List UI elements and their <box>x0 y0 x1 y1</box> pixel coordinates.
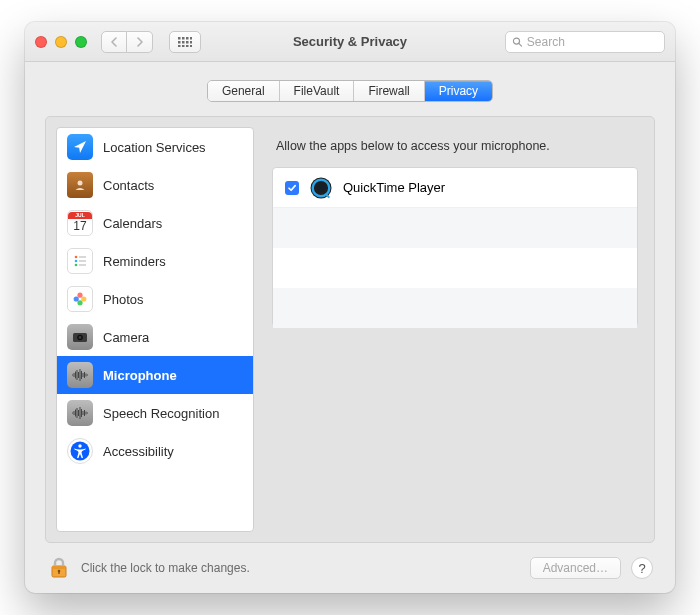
window-controls <box>35 36 87 48</box>
svg-rect-29 <box>74 373 75 377</box>
svg-rect-4 <box>178 41 181 44</box>
svg-point-51 <box>78 444 81 447</box>
sidebar-label: Accessibility <box>103 444 174 459</box>
detail-description: Allow the apps below to access your micr… <box>272 131 638 167</box>
svg-rect-8 <box>178 45 181 47</box>
sidebar-item-microphone[interactable]: Microphone <box>57 356 253 394</box>
close-button[interactable] <box>35 36 47 48</box>
svg-point-19 <box>75 264 78 267</box>
svg-point-24 <box>74 296 79 301</box>
tab-filevault[interactable]: FileVault <box>280 81 355 101</box>
search-input[interactable] <box>527 35 658 49</box>
content-panel: Location Services Contacts JUL 17 Calend… <box>45 116 655 543</box>
sidebar-label: Microphone <box>103 368 177 383</box>
svg-rect-10 <box>186 45 189 47</box>
calendar-icon: JUL 17 <box>67 210 93 236</box>
svg-line-13 <box>519 43 522 46</box>
sidebar-label: Photos <box>103 292 143 307</box>
svg-rect-45 <box>81 409 82 417</box>
svg-rect-32 <box>78 372 79 378</box>
sidebar-item-accessibility[interactable]: Accessibility <box>57 432 253 470</box>
svg-rect-28 <box>72 375 73 376</box>
svg-rect-33 <box>80 369 81 381</box>
empty-row <box>273 288 637 328</box>
detail-panel: Allow the apps below to access your micr… <box>266 127 644 532</box>
search-icon <box>512 36 523 48</box>
app-name: QuickTime Player <box>343 180 445 195</box>
sidebar-item-reminders[interactable]: Reminders <box>57 242 253 280</box>
svg-rect-49 <box>87 413 88 414</box>
svg-point-22 <box>81 296 86 301</box>
tab-general[interactable]: General <box>208 81 280 101</box>
sidebar-item-location[interactable]: Location Services <box>57 128 253 166</box>
empty-row <box>273 248 637 288</box>
svg-rect-7 <box>190 41 192 44</box>
svg-rect-20 <box>79 264 86 265</box>
reminders-icon <box>67 248 93 274</box>
svg-rect-36 <box>84 372 85 378</box>
svg-rect-6 <box>186 41 189 44</box>
sidebar-item-calendars[interactable]: JUL 17 Calendars <box>57 204 253 242</box>
sidebar-label: Location Services <box>103 140 206 155</box>
svg-point-27 <box>79 336 82 339</box>
location-icon <box>67 134 93 160</box>
svg-point-14 <box>78 181 83 186</box>
svg-rect-5 <box>182 41 185 44</box>
zoom-button[interactable] <box>75 36 87 48</box>
nav-buttons <box>101 31 153 53</box>
titlebar: Security & Privacy <box>25 22 675 62</box>
lock-icon[interactable] <box>47 556 71 580</box>
app-row-quicktime[interactable]: QuickTime Player <box>273 168 637 208</box>
app-checkbox[interactable] <box>285 181 299 195</box>
help-button[interactable]: ? <box>631 557 653 579</box>
advanced-button[interactable]: Advanced… <box>530 557 621 579</box>
svg-rect-48 <box>86 412 87 415</box>
svg-rect-47 <box>84 410 85 416</box>
sidebar-item-photos[interactable]: Photos <box>57 280 253 318</box>
sidebar-label: Camera <box>103 330 149 345</box>
preferences-window: Security & Privacy General FileVault Fir… <box>25 22 675 593</box>
svg-rect-43 <box>78 410 79 416</box>
lock-text: Click the lock to make changes. <box>81 561 250 575</box>
category-sidebar: Location Services Contacts JUL 17 Calend… <box>56 127 254 532</box>
svg-rect-30 <box>75 372 76 379</box>
sidebar-label: Reminders <box>103 254 166 269</box>
svg-rect-56 <box>52 566 66 569</box>
svg-rect-39 <box>72 413 73 414</box>
sidebar-item-camera[interactable]: Camera <box>57 318 253 356</box>
svg-rect-31 <box>77 370 78 380</box>
svg-rect-0 <box>178 37 181 40</box>
show-all-button[interactable] <box>169 31 201 53</box>
svg-rect-34 <box>81 371 82 379</box>
segmented-control: General FileVault Firewall Privacy <box>207 80 493 102</box>
tab-firewall[interactable]: Firewall <box>354 81 424 101</box>
photos-icon <box>67 286 93 312</box>
speech-icon <box>67 400 93 426</box>
svg-rect-46 <box>83 411 84 415</box>
microphone-icon <box>67 362 93 388</box>
contacts-icon <box>67 172 93 198</box>
accessibility-icon <box>67 438 93 464</box>
svg-rect-38 <box>87 375 88 376</box>
svg-rect-41 <box>75 410 76 417</box>
forward-button[interactable] <box>127 31 153 53</box>
svg-point-54 <box>317 183 325 191</box>
svg-point-21 <box>77 293 82 298</box>
sidebar-item-speech[interactable]: Speech Recognition <box>57 394 253 432</box>
minimize-button[interactable] <box>55 36 67 48</box>
sidebar-item-contacts[interactable]: Contacts <box>57 166 253 204</box>
svg-rect-37 <box>86 374 87 377</box>
svg-rect-11 <box>190 45 192 47</box>
search-field-wrap[interactable] <box>505 31 665 53</box>
footer: Click the lock to make changes. Advanced… <box>25 543 675 593</box>
svg-rect-58 <box>58 571 59 574</box>
sidebar-label: Contacts <box>103 178 154 193</box>
svg-rect-44 <box>80 407 81 419</box>
svg-rect-1 <box>182 37 185 40</box>
sidebar-label: Speech Recognition <box>103 406 219 421</box>
svg-rect-40 <box>74 411 75 415</box>
svg-rect-9 <box>182 45 185 47</box>
svg-rect-2 <box>186 37 189 40</box>
tab-privacy[interactable]: Privacy <box>425 81 492 101</box>
back-button[interactable] <box>101 31 127 53</box>
